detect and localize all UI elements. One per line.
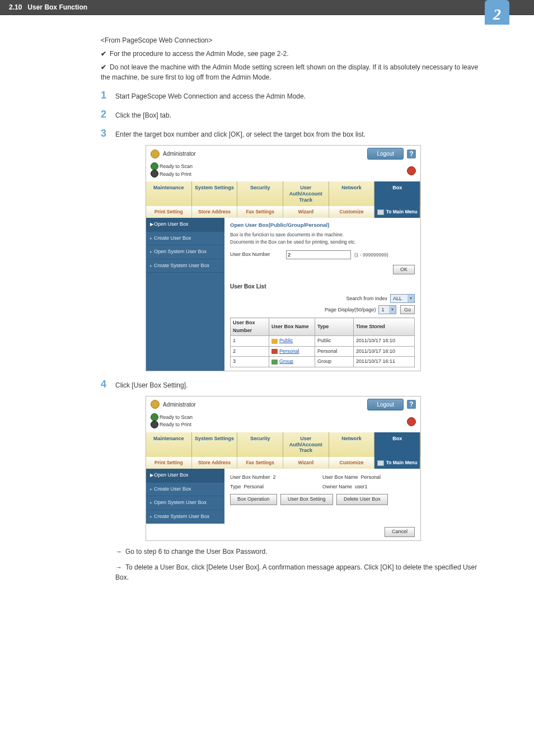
label-user-box-name: User Box Name <box>322 474 358 480</box>
admin-icon <box>151 400 160 409</box>
tab-system-settings[interactable]: System Settings <box>192 181 238 206</box>
logout-button[interactable]: Logout <box>367 399 404 410</box>
sidebar-label: Open User Box <box>154 472 189 478</box>
main-tabs: Maintenance System Settings Security Use… <box>146 181 420 206</box>
subtab-store-address[interactable]: Store Address <box>192 206 238 218</box>
subtab-customize[interactable]: Customize <box>329 457 375 469</box>
tab-security[interactable]: Security <box>237 181 283 206</box>
arrow-icon: ▸ <box>150 500 152 506</box>
subtab-customize[interactable]: Customize <box>329 206 375 218</box>
sidebar-item-open-user-box[interactable]: ▶Open User Box <box>146 469 224 483</box>
desc-line: Box is the function to save documents in… <box>230 231 415 239</box>
sidebar-item-create-system-user-box[interactable]: ▸Create System User Box <box>146 259 224 273</box>
value-user-box-name: Personal <box>361 474 381 480</box>
print-status-icon <box>151 170 158 178</box>
step-2-text: Click the [Box] tab. <box>115 109 484 120</box>
print-status-icon <box>151 421 158 428</box>
chapter-number-badge: 2 <box>485 0 509 25</box>
sidebar-label: Create User Box <box>154 235 191 241</box>
tab-network[interactable]: Network <box>329 181 375 206</box>
user-box-number-label: User Box Number <box>230 251 286 259</box>
cell-time: 2011/10/17 16:10 <box>354 336 415 347</box>
subtab-fax-settings[interactable]: Fax Settings <box>237 206 283 218</box>
help-icon[interactable]: ? <box>407 150 416 158</box>
value-type: Personal <box>244 484 264 489</box>
sub-tabs: Print Setting Store Address Fax Settings… <box>146 457 420 469</box>
delete-user-box-button[interactable]: Delete User Box <box>336 494 388 505</box>
sidebar-label: Open User Box <box>154 221 189 227</box>
th-name: User Box Name <box>269 318 315 336</box>
sidebar-item-create-system-user-box[interactable]: ▸Create System User Box <box>146 510 224 524</box>
sidebar-item-open-user-box[interactable]: ▶Open User Box <box>146 218 224 232</box>
subtab-fax-settings[interactable]: Fax Settings <box>237 457 283 469</box>
subtab-to-main-menu[interactable]: To Main Menu <box>374 206 420 218</box>
go-button[interactable]: Go <box>400 305 415 314</box>
screenshot-1: Administrator Logout ? Ready to Scan Rea… <box>146 145 421 371</box>
status-print: Ready to Print <box>160 421 415 429</box>
refresh-icon[interactable] <box>407 417 416 426</box>
label-owner-name: Owner Name <box>322 484 352 489</box>
substep-b: To delete a User Box, click [Delete User… <box>115 563 477 581</box>
page-display-select[interactable]: 1▾ <box>378 305 396 314</box>
sidebar-label: Create System User Box <box>154 514 209 519</box>
tab-box[interactable]: Box <box>374 181 420 206</box>
subtab-wizard[interactable]: Wizard <box>283 206 329 218</box>
subtab-print-setting[interactable]: Print Setting <box>146 457 192 469</box>
cell-number: 2 <box>231 346 269 357</box>
ok-button[interactable]: OK <box>393 265 415 275</box>
step-number: 2 <box>101 109 115 120</box>
box-link-public[interactable]: Public <box>279 338 293 343</box>
user-box-number-hint: (1 - 999999999) <box>354 251 388 259</box>
cell-type: Public <box>315 336 354 347</box>
panel-heading: Open User Box(Public/Group/Personal) <box>230 221 415 229</box>
cancel-button[interactable]: Cancel <box>385 527 415 537</box>
to-main-menu-label: To Main Menu <box>386 459 418 466</box>
tab-user-auth[interactable]: User Auth/Account Track <box>283 181 329 206</box>
tab-network[interactable]: Network <box>329 432 375 457</box>
check-icon: ✔ <box>101 49 110 59</box>
tab-security[interactable]: Security <box>237 432 283 457</box>
sidebar-item-create-user-box[interactable]: ▸Create User Box <box>146 483 224 497</box>
sidebar: ▶Open User Box ▸Create User Box ▸Open Sy… <box>146 469 224 524</box>
arrow-icon: ▸ <box>150 486 152 493</box>
step-number: 1 <box>101 90 115 101</box>
admin-icon <box>151 150 160 158</box>
subtab-print-setting[interactable]: Print Setting <box>146 206 192 218</box>
value-user-box-number: 2 <box>273 474 276 480</box>
user-box-setting-button[interactable]: User Box Setting <box>280 494 333 505</box>
box-link-personal[interactable]: Personal <box>279 348 299 354</box>
user-box-number-input[interactable] <box>286 250 351 259</box>
step-1-text: Start PageScope Web Connection and acces… <box>115 90 484 101</box>
folder-public-icon <box>271 339 278 344</box>
subtab-wizard[interactable]: Wizard <box>283 457 329 469</box>
tab-maintenance[interactable]: Maintenance <box>146 181 192 206</box>
step-4-text: Click [User Box Setting]. <box>115 379 484 390</box>
tab-box[interactable]: Box <box>374 432 420 457</box>
sidebar-item-open-system-user-box[interactable]: ▸Open System User Box <box>146 245 224 259</box>
subtab-store-address[interactable]: Store Address <box>192 457 238 469</box>
table-row: 3 Group Group 2011/10/17 16:11 <box>231 357 415 367</box>
value-owner-name: user1 <box>355 484 368 489</box>
arrow-icon: → <box>115 548 122 556</box>
subtab-to-main-menu[interactable]: To Main Menu <box>374 457 420 469</box>
box-operation-button[interactable]: Box Operation <box>230 494 277 505</box>
sidebar-label: Create System User Box <box>154 263 209 268</box>
table-row: 1 Public Public 2011/10/17 16:10 <box>231 336 415 347</box>
tab-maintenance[interactable]: Maintenance <box>146 432 192 457</box>
sidebar: ▶Open User Box ▸Create User Box ▸Open Sy… <box>146 218 224 371</box>
arrow-icon: ▸ <box>150 514 152 520</box>
logout-button[interactable]: Logout <box>367 148 404 160</box>
tab-system-settings[interactable]: System Settings <box>192 432 238 457</box>
page-display-label: Page Display(50/page) <box>325 307 376 312</box>
sidebar-item-create-user-box[interactable]: ▸Create User Box <box>146 232 224 246</box>
box-link-group[interactable]: Group <box>279 358 293 364</box>
search-index-select[interactable]: ALL▾ <box>390 294 415 303</box>
intro-from: <From PageScope Web Connection> <box>101 35 484 45</box>
sidebar-item-open-system-user-box[interactable]: ▸Open System User Box <box>146 496 224 510</box>
status-print: Ready to Print <box>160 171 415 179</box>
refresh-icon[interactable] <box>407 166 416 175</box>
help-icon[interactable]: ? <box>407 400 416 409</box>
step-number: 3 <box>101 128 115 139</box>
intro-bullet-0: For the procedure to access the Admin Mo… <box>110 50 289 58</box>
tab-user-auth[interactable]: User Auth/Account Track <box>283 432 329 457</box>
